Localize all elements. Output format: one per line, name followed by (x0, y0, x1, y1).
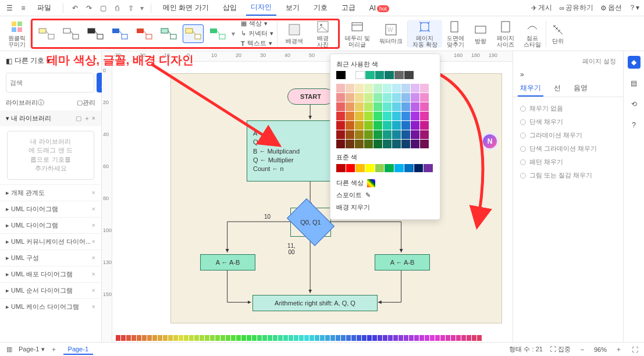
color-swatch[interactable] (346, 130, 354, 139)
color-swatch[interactable] (373, 112, 382, 120)
tab-line[interactable]: 선 (552, 81, 563, 97)
color-swatch[interactable] (346, 112, 354, 120)
quick-color[interactable] (440, 335, 445, 341)
color-swatch[interactable] (364, 140, 373, 148)
quick-color[interactable] (163, 335, 168, 341)
quick-color[interactable] (273, 335, 277, 341)
color-swatch[interactable] (373, 102, 382, 111)
color-swatch[interactable] (401, 112, 410, 120)
color-swatch[interactable] (373, 140, 382, 148)
quick-color[interactable] (179, 335, 183, 341)
color-swatch[interactable] (392, 102, 401, 111)
color-swatch[interactable] (392, 130, 401, 139)
options-button[interactable]: ⚙ 옵션 (600, 3, 622, 13)
quick-color[interactable] (336, 335, 340, 341)
color-swatch[interactable] (364, 130, 373, 139)
color-swatch[interactable] (394, 71, 404, 79)
quick-color[interactable] (315, 335, 319, 341)
color-swatch[interactable] (346, 71, 355, 79)
color-swatch[interactable] (401, 130, 410, 139)
zoom-out-icon[interactable]: − (578, 345, 587, 354)
save-icon[interactable]: ▢ (98, 3, 108, 13)
quick-color[interactable] (330, 335, 335, 341)
color-swatch[interactable] (420, 84, 429, 92)
tab-shadow[interactable]: 음영 (571, 81, 590, 97)
color-swatch[interactable] (373, 84, 382, 92)
color-swatch[interactable] (375, 71, 385, 79)
color-swatch[interactable] (336, 84, 345, 92)
color-swatch[interactable] (355, 121, 364, 130)
library-item[interactable]: ▸ UML 다이어그램× (0, 201, 101, 217)
color-swatch[interactable] (355, 140, 364, 148)
quick-color[interactable] (131, 335, 136, 341)
quick-color[interactable] (372, 335, 377, 341)
color-swatch[interactable] (346, 93, 354, 102)
quick-color[interactable] (456, 335, 461, 341)
menu-ai[interactable]: AIhot (365, 2, 394, 15)
eyedropper-button[interactable]: 스포이트 ✎ (336, 189, 434, 201)
library-item[interactable]: ▸ 개체 관계도× (0, 184, 101, 201)
quick-color[interactable] (189, 335, 194, 341)
color-swatch[interactable] (383, 93, 392, 102)
color-swatch[interactable] (383, 130, 392, 139)
border-button[interactable]: 테두리 및 머리글 (340, 20, 375, 48)
color-swatch[interactable] (346, 164, 355, 172)
quick-color[interactable] (152, 335, 157, 341)
shape-box-3[interactable]: Arithmetic right shift: A, Q, Q (252, 295, 378, 311)
color-swatch[interactable] (383, 102, 392, 111)
erase-bg-button[interactable]: 배경 지우기 (336, 201, 434, 213)
fill-option[interactable]: 단색 채우기 (513, 115, 623, 129)
color-swatch[interactable] (392, 93, 401, 102)
help-icon[interactable]: ？▾ (629, 3, 639, 13)
color-swatch[interactable] (355, 164, 365, 172)
quick-color[interactable] (205, 335, 209, 341)
quick-color[interactable] (247, 335, 251, 341)
quick-color[interactable] (173, 335, 178, 341)
undo-icon[interactable]: ↶ (70, 3, 80, 13)
bgimage-button[interactable]: 배경 사진 (311, 20, 335, 48)
color-swatch[interactable] (401, 84, 410, 92)
quick-color[interactable] (184, 335, 188, 341)
quick-color[interactable] (383, 335, 387, 341)
quick-color[interactable] (309, 335, 314, 341)
color-swatch[interactable] (336, 140, 345, 148)
export-icon[interactable]: ⇪ (126, 3, 136, 13)
quick-color[interactable] (194, 335, 199, 341)
quick-color-strip[interactable] (113, 334, 510, 342)
quick-color[interactable] (231, 335, 236, 341)
color-swatch[interactable] (411, 93, 419, 102)
quick-color[interactable] (299, 335, 304, 341)
shape-start[interactable]: START (287, 88, 334, 105)
zoom-in-icon[interactable]: ＋ (614, 345, 623, 354)
color-swatch[interactable] (346, 102, 354, 111)
quick-color[interactable] (215, 335, 220, 341)
quick-color[interactable] (393, 335, 398, 341)
bgcolor-button[interactable]: 배경색 (281, 23, 308, 44)
quick-color[interactable] (137, 335, 141, 341)
add-page-icon[interactable]: ＋ (49, 345, 59, 354)
color-swatch[interactable] (411, 112, 419, 120)
color-swatch[interactable] (385, 164, 394, 172)
quick-color[interactable] (220, 335, 225, 341)
quick-color[interactable] (325, 335, 330, 341)
watermark-button[interactable]: W워터마크 (375, 23, 407, 44)
shape-box-1[interactable]: A ← A-B (200, 254, 255, 270)
color-swatch[interactable] (401, 121, 410, 130)
quick-color[interactable] (294, 335, 298, 341)
color-swatch[interactable] (420, 130, 429, 139)
quick-color[interactable] (388, 335, 393, 341)
quick-color[interactable] (116, 335, 120, 341)
page-tab-1[interactable]: Page-1 (63, 344, 93, 355)
library-dropzone[interactable]: 내 라이브러리 에 드래그 앤 드 롭으로 기호를 추가하세요 (7, 131, 94, 180)
fill-option[interactable]: 그림 또는 질감 채우기 (513, 169, 623, 182)
menu-insert[interactable]: 삽입 (218, 1, 241, 15)
color-swatch[interactable] (392, 112, 401, 120)
library-item[interactable]: ▸ UML 케이스 다이어그램× (0, 298, 101, 315)
page-dropdown[interactable]: Page-1 ▾ (19, 346, 45, 353)
quick-color[interactable] (362, 335, 367, 341)
quick-color[interactable] (351, 335, 356, 341)
color-swatch[interactable] (404, 164, 414, 172)
color-swatch[interactable] (373, 93, 382, 102)
quick-color[interactable] (378, 335, 382, 341)
quick-color[interactable] (252, 335, 257, 341)
